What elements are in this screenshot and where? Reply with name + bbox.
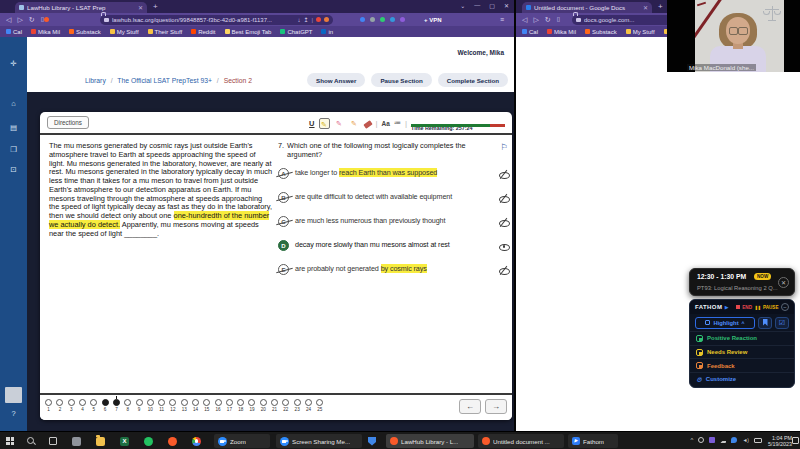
question-nav-9[interactable]: 9 bbox=[133, 399, 144, 412]
restore-down-icon[interactable]: ⌄ bbox=[460, 2, 465, 9]
highlighter-pink-icon[interactable]: ✎ bbox=[334, 118, 345, 129]
shield-icon[interactable] bbox=[368, 437, 376, 446]
line-reader-icon[interactable]: ≔ bbox=[394, 119, 401, 127]
video-icon[interactable]: ⊡ bbox=[0, 165, 27, 174]
question-nav-20[interactable]: 20 bbox=[258, 399, 269, 412]
task-view-icon[interactable] bbox=[49, 437, 57, 445]
brave-icon[interactable] bbox=[44, 17, 49, 22]
next-question-button[interactable]: → bbox=[485, 399, 507, 414]
breadcrumb-test[interactable]: The Official LSAT PrepTest 93+ bbox=[117, 77, 212, 84]
maximize-icon[interactable]: ▢ bbox=[489, 2, 495, 9]
highlighter-yellow-icon[interactable]: ✎ bbox=[319, 118, 330, 129]
tray-icon[interactable] bbox=[698, 437, 704, 443]
answer-choice-D[interactable]: Ddecay more slowly than mu mesons almost… bbox=[278, 240, 510, 251]
bookmark-item[interactable]: My Stuff bbox=[110, 29, 139, 35]
question-nav-10[interactable]: 10 bbox=[145, 399, 156, 412]
question-nav-22[interactable]: 22 bbox=[280, 399, 291, 412]
book-icon[interactable]: ❐ bbox=[0, 145, 27, 154]
eye-slash-icon[interactable] bbox=[499, 169, 510, 179]
question-nav-7[interactable]: 7 bbox=[111, 399, 122, 412]
eye-slash-icon[interactable] bbox=[499, 217, 510, 227]
bookmark-item[interactable]: My Stuff bbox=[626, 29, 655, 35]
extension-icon[interactable] bbox=[370, 17, 375, 22]
new-tab-button[interactable]: + bbox=[153, 1, 158, 12]
close-icon[interactable]: ✕ bbox=[504, 2, 509, 9]
fathom-item-feedback[interactable]: Feedback bbox=[690, 358, 794, 372]
question-nav-14[interactable]: 14 bbox=[190, 399, 201, 412]
action-center-icon[interactable] bbox=[792, 437, 799, 444]
search-icon[interactable] bbox=[27, 437, 36, 446]
font-size-tool[interactable]: Aa bbox=[382, 120, 390, 127]
back-icon[interactable]: ◁ bbox=[6, 13, 11, 26]
bookmark-item[interactable]: Best Emoji Tab bbox=[225, 29, 272, 35]
question-nav-2[interactable]: 2 bbox=[54, 399, 65, 412]
taskbar-fathom[interactable]: ▶ Fathom bbox=[568, 434, 618, 448]
back-icon[interactable]: ◁ bbox=[522, 13, 527, 26]
question-nav-6[interactable]: 6 bbox=[99, 399, 110, 412]
tab-close-icon[interactable]: ✕ bbox=[138, 4, 143, 11]
question-nav-23[interactable]: 23 bbox=[292, 399, 303, 412]
extension-badge-icon[interactable] bbox=[316, 17, 321, 22]
vpn-label[interactable]: + VPN bbox=[424, 17, 442, 23]
flag-icon[interactable]: ⚐ bbox=[500, 142, 508, 152]
question-nav-15[interactable]: 15 bbox=[201, 399, 212, 412]
answer-choice-C[interactable]: Care much less numerous than previously … bbox=[278, 216, 510, 227]
question-nav-1[interactable]: 1 bbox=[43, 399, 54, 412]
prev-question-button[interactable]: ← bbox=[459, 399, 481, 414]
question-nav-12[interactable]: 12 bbox=[167, 399, 178, 412]
breadcrumb-library[interactable]: Library bbox=[85, 77, 106, 84]
eye-slash-icon[interactable] bbox=[499, 193, 510, 203]
bookmark-item[interactable]: Substack bbox=[585, 29, 617, 35]
minimize-icon[interactable]: — bbox=[474, 2, 480, 9]
reload-icon[interactable]: ↻ bbox=[29, 13, 35, 26]
bookmark-icon[interactable]: ▯ bbox=[557, 13, 560, 26]
bookmark-item[interactable]: Mika Mil bbox=[31, 29, 60, 35]
forward-icon[interactable]: ▷ bbox=[533, 13, 538, 26]
forward-icon[interactable]: ▷ bbox=[17, 13, 22, 26]
calendar-notification[interactable]: 12:30 - 1:30 PM NOW PT93: Logical Reason… bbox=[689, 268, 795, 296]
answer-choice-A[interactable]: Atake longer to reach Earth than was sup… bbox=[278, 168, 510, 179]
keyboard-icon[interactable] bbox=[754, 438, 762, 443]
extension-badge-icon[interactable] bbox=[324, 17, 329, 22]
bookmark-item[interactable]: Cal bbox=[6, 29, 22, 35]
question-nav-25[interactable]: 25 bbox=[314, 399, 325, 412]
pause-icon[interactable]: ❚❚ bbox=[754, 305, 760, 310]
bookmark-item[interactable]: Substack bbox=[69, 29, 101, 35]
pause-button[interactable]: PAUSE bbox=[763, 305, 779, 310]
eraser-icon[interactable] bbox=[363, 120, 372, 129]
question-nav-16[interactable]: 16 bbox=[212, 399, 223, 412]
question-nav-8[interactable]: 8 bbox=[122, 399, 133, 412]
directions-button[interactable]: Directions bbox=[47, 116, 89, 129]
bookmark-item[interactable]: in bbox=[321, 29, 333, 35]
extension-icon[interactable] bbox=[390, 17, 395, 22]
address-bar[interactable]: lawhub.lsac.org/question/99848857-f3bc-4… bbox=[100, 15, 333, 25]
share-icon[interactable]: ↥ bbox=[303, 16, 308, 23]
question-nav-19[interactable]: 19 bbox=[246, 399, 257, 412]
clock[interactable]: 1:04 PM 5/19/2023 bbox=[768, 435, 792, 448]
volume-icon[interactable]: ◄) bbox=[742, 437, 749, 443]
taskbar-zoom[interactable]: Zoom bbox=[214, 434, 270, 448]
extension-icon[interactable] bbox=[380, 17, 385, 22]
underline-tool[interactable]: U bbox=[309, 119, 314, 128]
show-answer-button[interactable]: Show Answer bbox=[307, 73, 365, 87]
bookmark-item[interactable]: Their Stuff bbox=[148, 29, 183, 35]
question-nav-21[interactable]: 21 bbox=[269, 399, 280, 412]
show-hidden-icons[interactable]: ^ bbox=[691, 437, 694, 443]
taskbar-untitled-doc[interactable]: Untitled document ... bbox=[478, 434, 564, 448]
menu-icon[interactable]: ≡ bbox=[500, 16, 504, 23]
fathom-item-positive-reaction[interactable]: Positive Reaction bbox=[690, 331, 794, 345]
start-button[interactable] bbox=[6, 437, 14, 445]
new-tab-button[interactable]: + bbox=[658, 1, 663, 12]
tab-close-icon[interactable]: ✕ bbox=[643, 4, 648, 11]
taskbar-lawhub[interactable]: LawHub Library - L... bbox=[386, 434, 474, 448]
question-nav-4[interactable]: 4 bbox=[77, 399, 88, 412]
browser-icon[interactable] bbox=[192, 437, 201, 446]
eye-icon[interactable] bbox=[499, 241, 510, 251]
question-nav-24[interactable]: 24 bbox=[303, 399, 314, 412]
fathom-item-needs-review[interactable]: Needs Review bbox=[690, 345, 794, 359]
question-nav-18[interactable]: 18 bbox=[235, 399, 246, 412]
stop-icon[interactable] bbox=[736, 305, 740, 309]
app-icon[interactable] bbox=[72, 437, 81, 446]
question-nav-11[interactable]: 11 bbox=[156, 399, 167, 412]
question-nav-13[interactable]: 13 bbox=[179, 399, 190, 412]
